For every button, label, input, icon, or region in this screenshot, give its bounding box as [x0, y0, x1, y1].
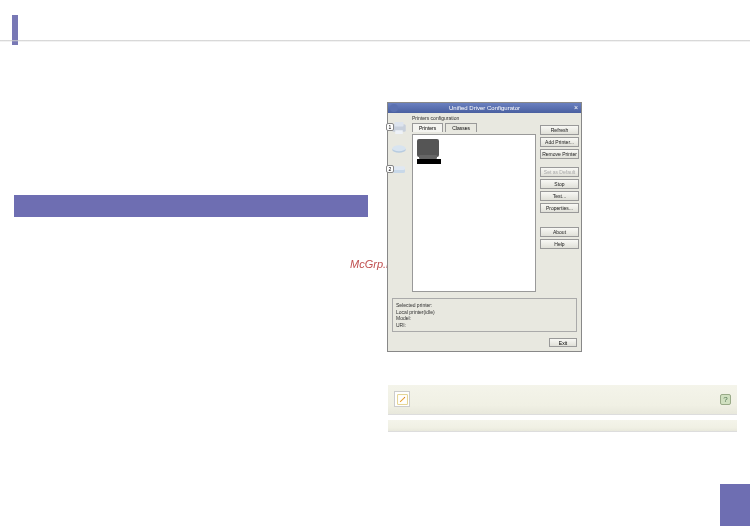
info-uri: URI:: [396, 322, 573, 329]
note-bar: ?: [388, 385, 737, 415]
rail-ports[interactable]: 2: [388, 163, 408, 178]
tab-classes[interactable]: Classes: [445, 123, 477, 132]
svg-rect-2: [395, 130, 403, 134]
rail-scanners[interactable]: [388, 142, 408, 157]
printer-thumbnail-icon: [417, 139, 439, 157]
exit-button[interactable]: Exit: [549, 338, 577, 347]
properties-button[interactable]: Properties...: [540, 203, 579, 213]
note-bar-divider: [388, 420, 737, 432]
tab-printers[interactable]: Printers: [412, 123, 443, 132]
svg-rect-1: [395, 122, 404, 127]
about-button[interactable]: About: [540, 227, 579, 237]
svg-rect-6: [393, 166, 405, 170]
printer-name-label: [417, 159, 441, 164]
printer-list[interactable]: [412, 134, 536, 292]
top-divider: [0, 40, 750, 42]
rail-printers[interactable]: 1: [388, 121, 408, 136]
selected-printer-info: Selected printer: Local printer(idle) Mo…: [392, 298, 577, 332]
scanner-icon: [390, 142, 408, 156]
window-body: 1 2 Printers configuration Printers Clas…: [388, 113, 581, 294]
window-title: Unified Driver Configurator: [388, 105, 581, 111]
config-label: Printers configuration: [412, 115, 536, 121]
page-corner: [720, 484, 750, 526]
window-titlebar: Unified Driver Configurator ×: [388, 103, 581, 113]
stop-button[interactable]: Stop: [540, 179, 579, 189]
close-icon[interactable]: ×: [574, 104, 578, 111]
help-icon[interactable]: ?: [720, 394, 731, 405]
add-printer-button[interactable]: Add Printer...: [540, 137, 579, 147]
section-heading-band: [14, 195, 368, 217]
center-column: Printers configuration Printers Classes: [408, 113, 540, 294]
set-default-button[interactable]: Set as Default: [540, 167, 579, 177]
rail-badge-2: 2: [386, 165, 394, 173]
printer-item[interactable]: [417, 139, 447, 164]
rail-badge-1: 1: [386, 123, 394, 131]
tabs: Printers Classes: [412, 123, 536, 132]
test-button[interactable]: Test...: [540, 191, 579, 201]
svg-point-4: [392, 145, 406, 151]
right-column: Refresh Add Printer... Remove Printer Se…: [540, 113, 581, 294]
configurator-window: Unified Driver Configurator × 1 2 Printe…: [387, 102, 582, 352]
left-rail: 1 2: [388, 113, 408, 294]
exit-row: Exit: [388, 336, 581, 351]
help-button[interactable]: Help: [540, 239, 579, 249]
remove-printer-button[interactable]: Remove Printer: [540, 149, 579, 159]
refresh-button[interactable]: Refresh: [540, 125, 579, 135]
pencil-icon: [394, 391, 410, 407]
